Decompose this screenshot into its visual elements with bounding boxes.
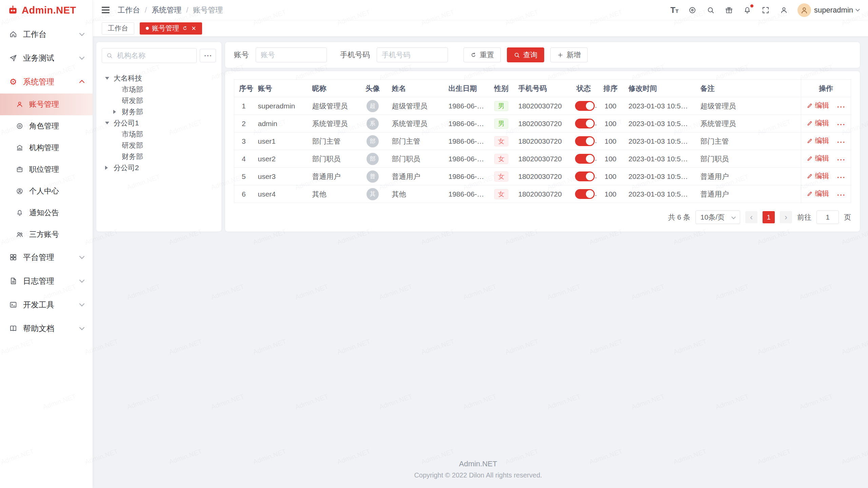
- breadcrumb-item[interactable]: 工作台: [118, 5, 140, 15]
- phone-label: 手机号码: [340, 50, 370, 60]
- cell-order: 100: [597, 150, 624, 168]
- notification-icon[interactable]: [743, 5, 752, 15]
- cell-phone: 18020030720: [514, 150, 570, 168]
- refresh-icon[interactable]: [182, 25, 188, 31]
- column-header: 序号: [234, 80, 253, 97]
- sidebar-item-log-manage[interactable]: 日志管理: [0, 269, 93, 293]
- sidebar-item-label: 系统管理: [23, 77, 80, 87]
- cell-birth: 1986-06-28: [444, 185, 489, 203]
- sidebar-item-help-docs[interactable]: 帮助文档: [0, 317, 93, 340]
- more-actions-icon[interactable]: ⋯: [836, 155, 845, 165]
- fullscreen-icon[interactable]: [761, 5, 770, 15]
- row-avatar: 普: [367, 170, 379, 183]
- edit-button[interactable]: 编辑: [807, 189, 829, 198]
- phone-input[interactable]: [377, 47, 448, 62]
- next-page-button[interactable]: ›: [780, 211, 792, 223]
- org-search-input[interactable]: [102, 48, 197, 63]
- status-toggle[interactable]: [575, 154, 595, 164]
- column-header: 状态: [570, 80, 597, 97]
- more-actions-icon[interactable]: ⋯: [836, 102, 845, 112]
- tab-workbench[interactable]: 工作台: [102, 22, 134, 35]
- tree-node[interactable]: 研发部: [102, 95, 216, 106]
- more-actions-icon[interactable]: ⋯: [836, 137, 845, 147]
- edit-button[interactable]: 编辑: [807, 101, 829, 110]
- status-toggle[interactable]: [575, 101, 595, 111]
- sidebar-item-position-manage[interactable]: 职位管理: [0, 159, 93, 180]
- sidebar-item-label: 三方账号: [29, 229, 59, 240]
- chevron-down-icon: [731, 215, 736, 219]
- tree-node[interactable]: 分公司1: [102, 117, 216, 128]
- tree-node[interactable]: 研发部: [102, 140, 216, 151]
- logo[interactable]: Admin.NET: [0, 0, 93, 20]
- theme-icon[interactable]: [688, 5, 697, 15]
- sidebar-item-dev-tools[interactable]: 开发工具: [0, 293, 93, 317]
- edit-button[interactable]: 编辑: [807, 136, 829, 145]
- right-column: 账号 手机号码 重置 查询: [225, 42, 860, 231]
- status-toggle[interactable]: [575, 171, 595, 181]
- footer-copyright: Copyright © 2022 Dilon All rights reserv…: [96, 471, 860, 479]
- cell-order: 100: [597, 133, 624, 150]
- breadcrumb-item[interactable]: 系统管理: [152, 5, 181, 15]
- page-size-select[interactable]: 10条/页: [695, 210, 740, 224]
- edit-button[interactable]: 编辑: [807, 154, 829, 163]
- sidebar-item-label: 工作台: [23, 29, 80, 40]
- status-toggle[interactable]: [575, 119, 595, 128]
- search-button[interactable]: 查询: [507, 47, 544, 62]
- main-area: 工作台 / 系统管理 / 账号管理 TT: [93, 0, 868, 488]
- tree-node[interactable]: 市场部: [102, 84, 216, 95]
- tree-node[interactable]: 大名科技: [102, 73, 216, 84]
- add-button[interactable]: 新增: [550, 47, 588, 62]
- tab-account-manage[interactable]: 账号管理 ×: [140, 22, 202, 35]
- tree-node[interactable]: 财务部: [102, 106, 216, 117]
- sidebar-item-notice[interactable]: 通知公告: [0, 202, 93, 224]
- user-menu[interactable]: superadmin: [797, 3, 859, 17]
- sidebar-item-system-manage[interactable]: ⚙ 系统管理: [0, 70, 93, 94]
- cell-phone: 18020030720: [514, 97, 570, 115]
- page-number-button[interactable]: 1: [763, 211, 775, 223]
- edit-button[interactable]: 编辑: [807, 118, 829, 128]
- more-actions-icon[interactable]: ⋯: [836, 190, 845, 200]
- cell-nickname: 部门职员: [308, 150, 358, 168]
- reset-button[interactable]: 重置: [463, 47, 501, 62]
- gift-icon[interactable]: [724, 5, 733, 15]
- account-table-panel: 序号 账号 昵称 头像 姓名 出生日期 性别 手机号码 状态 排序: [225, 71, 860, 231]
- cell-status: [570, 115, 597, 133]
- sidebar-item-org-manage[interactable]: 机构管理: [0, 137, 93, 159]
- account-input[interactable]: [256, 47, 327, 62]
- prev-page-button[interactable]: ‹: [745, 211, 757, 223]
- sidebar-item-workbench[interactable]: 工作台: [0, 22, 93, 46]
- more-actions-icon[interactable]: ⋯: [836, 172, 845, 182]
- tree-node[interactable]: 财务部: [102, 151, 216, 162]
- breadcrumb-separator: /: [145, 6, 147, 15]
- cell-status: [570, 97, 597, 115]
- cell-remark: 超级管理员: [696, 97, 801, 115]
- cell-status: [570, 168, 597, 185]
- cell-name: 系统管理员: [387, 115, 444, 133]
- status-toggle[interactable]: [575, 189, 595, 199]
- edit-button[interactable]: 编辑: [807, 171, 829, 181]
- cell-actions: 编辑 ⋯: [801, 133, 851, 150]
- sidebar-item-role-manage[interactable]: 角色管理: [0, 115, 93, 137]
- more-actions-icon[interactable]: ⋯: [836, 119, 845, 129]
- target-icon: [16, 122, 24, 130]
- menu-collapse-icon[interactable]: [102, 7, 110, 13]
- column-header: 备注: [696, 80, 801, 97]
- column-header: 账号: [253, 80, 308, 97]
- sidebar-item-third-party-account[interactable]: 三方账号: [0, 224, 93, 245]
- sidebar-item-platform-manage[interactable]: 平台管理: [0, 245, 93, 269]
- tree-node[interactable]: 市场部: [102, 128, 216, 140]
- table-row: 5 user3 普通用户 普 普通用户 1986-06-28 女 1802003…: [234, 168, 851, 185]
- status-toggle[interactable]: [575, 136, 595, 146]
- sidebar-item-account-manage[interactable]: 账号管理: [0, 94, 93, 115]
- sidebar-item-business-test[interactable]: 业务测试: [0, 46, 93, 70]
- tree-node[interactable]: 分公司2: [102, 162, 216, 173]
- sidebar-item-personal-center[interactable]: 个人中心: [0, 180, 93, 202]
- font-size-icon[interactable]: TT: [670, 6, 678, 14]
- close-icon[interactable]: ×: [192, 25, 196, 32]
- search-icon[interactable]: [706, 5, 715, 15]
- cell-gender: 女: [489, 168, 514, 185]
- more-options-icon[interactable]: ⋯: [200, 49, 216, 62]
- user-outline-icon[interactable]: [779, 5, 788, 15]
- column-header: 出生日期: [444, 80, 489, 97]
- goto-page-input[interactable]: [816, 210, 839, 224]
